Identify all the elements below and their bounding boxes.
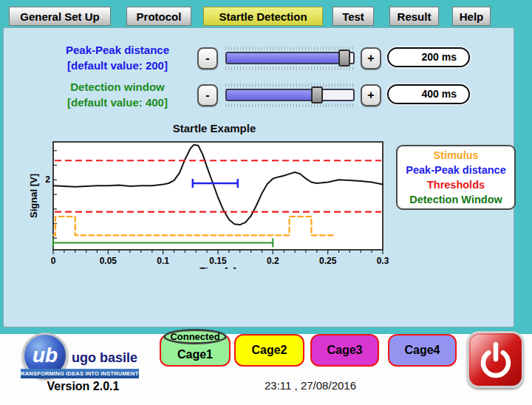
detection-window-label-line1: Detection window	[43, 79, 192, 95]
slider-tick-marks	[225, 103, 355, 107]
slider-tick-marks	[225, 47, 355, 50]
version-label: Version 2.0.1	[30, 380, 137, 393]
ugo-basile-logo-tagline: TRANSFORMING IDEAS INTO INSTRUMENTS	[21, 369, 139, 378]
peak-peak-distance-label-line1: Peak-Peak distance	[43, 42, 192, 58]
detection-window-slider-fill	[227, 90, 316, 100]
peak-peak-value-display: 200 ms	[387, 47, 470, 67]
connected-badge: Connected	[163, 329, 227, 344]
x-tick-label: 0.15	[209, 256, 227, 266]
cage4-label: Cage4	[404, 344, 440, 357]
startle-example-chart: 00.050.10.150.20.250.32Time [s]Signal [V…	[30, 137, 399, 269]
tab-general-set-up[interactable]: General Set Up	[9, 7, 111, 26]
legend-item-peak-peak-distance: Peak-Peak distance	[406, 163, 505, 177]
detection-window-plus-button[interactable]: +	[361, 84, 381, 106]
peak-peak-plus-button[interactable]: +	[361, 47, 381, 69]
detection-window-slider-thumb[interactable]	[311, 86, 323, 103]
power-button[interactable]	[467, 331, 524, 388]
x-tick-label: 0.25	[319, 256, 337, 266]
peak-peak-minus-button[interactable]: -	[197, 47, 218, 69]
legend-item-detection-window: Detection Window	[409, 192, 502, 207]
power-icon	[479, 341, 513, 378]
ugo-basile-logo-name: ugo basile	[72, 350, 137, 366]
chart-title: Startle Example	[30, 122, 399, 135]
cage3-label: Cage3	[327, 344, 362, 357]
detection-window-slider[interactable]	[225, 83, 355, 108]
cage4-button[interactable]: Cage4	[388, 334, 457, 367]
cage3-button[interactable]: Cage3	[310, 334, 379, 367]
y-tick-label: 2	[45, 174, 50, 185]
peak-peak-slider[interactable]	[225, 46, 355, 71]
slider-tick-marks	[225, 67, 355, 70]
y-axis-label: Signal [V]	[30, 174, 39, 218]
chart-legend: StimulusPeak-Peak distanceThresholdsDete…	[396, 145, 516, 210]
x-tick-label: 0.1	[157, 256, 169, 266]
x-tick-label: 0.05	[100, 256, 117, 266]
peak-peak-distance-default-value: [default value: 200]	[43, 58, 192, 73]
tab-test[interactable]: Test	[332, 7, 374, 26]
clock-datetime: 23:11 , 27/08/2016	[236, 379, 384, 392]
peak-peak-slider-track[interactable]	[225, 52, 355, 64]
legend-item-thresholds: Thresholds	[427, 177, 485, 192]
detection-window-label: Detection window [default value: 400]	[43, 79, 192, 110]
slider-tick-marks	[225, 84, 355, 87]
peak-peak-slider-fill	[227, 53, 343, 63]
x-tick-label: 0	[51, 256, 56, 266]
legend-item-stimulus: Stimulus	[433, 148, 478, 163]
detection-window-default-value: [default value: 400]	[43, 95, 192, 110]
peak-peak-slider-thumb[interactable]	[338, 50, 350, 67]
tab-result[interactable]: Result	[389, 7, 439, 26]
detection-window-slider-track[interactable]	[225, 89, 355, 101]
tab-startle-detection[interactable]: Startle Detection	[203, 7, 323, 26]
cage2-label: Cage2	[251, 344, 287, 357]
tab-help[interactable]: Help	[452, 7, 491, 26]
x-axis-label: Time [s]	[200, 265, 236, 269]
detection-window-value-display: 400 ms	[387, 84, 470, 104]
tab-protocol[interactable]: Protocol	[126, 7, 191, 26]
cage1-button[interactable]: ConnectedCage1	[160, 334, 231, 367]
peak-peak-distance-label: Peak-Peak distance [default value: 200]	[43, 42, 192, 73]
detection-window-minus-button[interactable]: -	[197, 84, 218, 106]
x-tick-label: 0.2	[267, 256, 279, 266]
cage2-button[interactable]: Cage2	[234, 334, 304, 367]
x-tick-label: 0.3	[377, 256, 389, 266]
